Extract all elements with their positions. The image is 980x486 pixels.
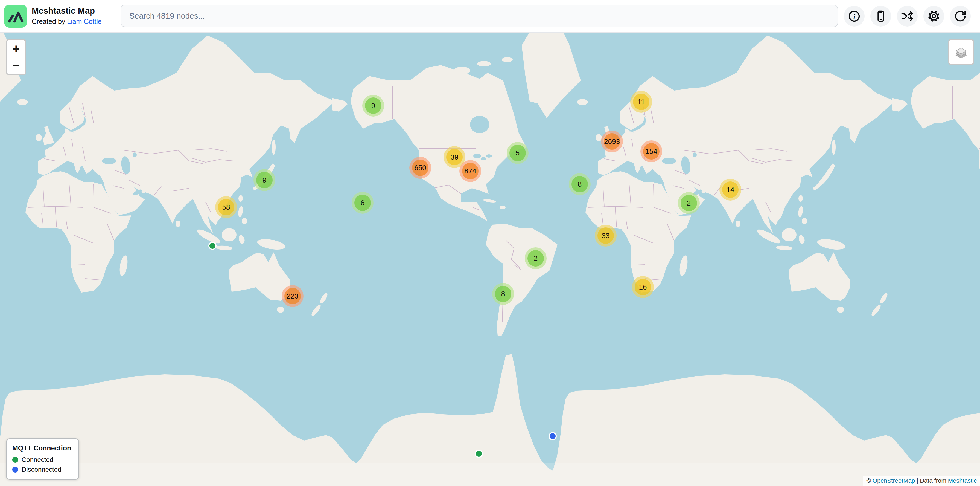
- cluster-marker[interactable]: 16: [632, 276, 654, 298]
- cluster-count: 223: [285, 288, 301, 304]
- cluster-marker[interactable]: 2: [678, 192, 700, 214]
- cluster-count: 154: [643, 143, 660, 159]
- openstreetmap-link[interactable]: OpenStreetMap: [873, 477, 915, 484]
- legend-label: Disconnected: [22, 466, 61, 473]
- cluster-count: 14: [722, 182, 738, 198]
- shuffle-icon: [901, 10, 913, 22]
- map-attribution: © OpenStreetMap | Data from Meshtastic: [863, 476, 980, 486]
- cluster-count: 39: [446, 149, 463, 165]
- layers-button[interactable]: [948, 39, 974, 65]
- cluster-marker[interactable]: 14: [719, 179, 741, 201]
- gear-icon: [928, 10, 940, 22]
- cluster-marker[interactable]: 8: [492, 283, 514, 305]
- mobile-app-button[interactable]: [870, 6, 891, 27]
- cluster-count: 2: [681, 195, 697, 211]
- cluster-marker[interactable]: 223: [282, 285, 304, 307]
- cluster-count: 11: [633, 94, 649, 110]
- world-map: [0, 32, 980, 486]
- zoom-in-button[interactable]: +: [7, 40, 25, 57]
- cluster-marker[interactable]: 9: [253, 169, 275, 191]
- node-marker-connected[interactable]: [208, 242, 216, 250]
- byline-prefix: Created by: [32, 18, 67, 25]
- info-button[interactable]: i: [844, 6, 865, 27]
- refresh-icon: [954, 10, 967, 22]
- data-from-text: Data from: [920, 477, 948, 484]
- zoom-control: + −: [6, 39, 26, 75]
- page-title: Meshtastic Map: [32, 6, 102, 16]
- cluster-marker[interactable]: 2693: [601, 131, 623, 153]
- cluster-marker[interactable]: 650: [409, 157, 431, 179]
- cluster-count: 8: [495, 286, 511, 302]
- cluster-marker[interactable]: 5: [507, 142, 528, 164]
- byline: Created by Liam Cottle: [32, 18, 102, 25]
- node-marker-connected[interactable]: [475, 449, 483, 458]
- layers-icon: [953, 44, 969, 60]
- legend-item: Connected: [12, 456, 73, 464]
- cluster-count: 58: [218, 199, 234, 215]
- app-header: Meshtastic Map Created by Liam Cottle i: [0, 0, 980, 33]
- cluster-marker[interactable]: 6: [352, 192, 374, 214]
- random-node-button[interactable]: [897, 6, 918, 27]
- search-input[interactable]: [121, 5, 838, 27]
- refresh-button[interactable]: [950, 6, 971, 27]
- legend-title: MQTT Connection: [12, 444, 73, 452]
- mqtt-legend: MQTT Connection ConnectedDisconnected: [6, 438, 79, 480]
- cluster-count: 2693: [604, 133, 620, 150]
- cluster-marker[interactable]: 2: [525, 247, 547, 269]
- cluster-marker[interactable]: 154: [640, 140, 662, 162]
- legend-label: Connected: [22, 456, 53, 464]
- mobile-phone-icon: [875, 10, 887, 22]
- cluster-marker[interactable]: 33: [595, 225, 617, 247]
- legend-item: Disconnected: [12, 466, 73, 473]
- svg-text:i: i: [853, 13, 855, 20]
- cluster-count: 5: [509, 145, 526, 161]
- cluster-marker[interactable]: 874: [460, 160, 481, 182]
- cluster-marker[interactable]: 9: [362, 95, 384, 116]
- cluster-count: 2: [527, 250, 544, 266]
- info-icon: i: [848, 10, 861, 22]
- cluster-count: 9: [365, 97, 382, 114]
- cluster-count: 33: [597, 228, 614, 244]
- map-canvas[interactable]: + − 939650874526931541114823316282235896…: [0, 32, 980, 486]
- cluster-count: 6: [355, 194, 371, 211]
- copyright-text: ©: [867, 477, 873, 484]
- cluster-marker[interactable]: 58: [215, 196, 237, 218]
- meshtastic-link[interactable]: Meshtastic: [948, 477, 977, 484]
- cluster-count: 874: [462, 163, 479, 179]
- attribution-separator: |: [915, 477, 920, 484]
- meshtastic-logo-icon: [4, 5, 27, 28]
- meshtastic-logo: [4, 5, 27, 28]
- node-marker-disconnected[interactable]: [549, 432, 557, 440]
- legend-dot-icon: [12, 457, 18, 463]
- zoom-out-button[interactable]: −: [7, 57, 25, 74]
- author-link[interactable]: Liam Cottle: [67, 18, 102, 25]
- cluster-count: 650: [412, 159, 428, 176]
- cluster-marker[interactable]: 8: [569, 173, 590, 195]
- settings-button[interactable]: [923, 6, 944, 27]
- title-block: Meshtastic Map Created by Liam Cottle: [32, 6, 102, 25]
- cluster-marker[interactable]: 11: [630, 91, 652, 113]
- cluster-count: 16: [635, 279, 651, 295]
- cluster-count: 9: [256, 172, 273, 188]
- legend-dot-icon: [12, 467, 18, 473]
- cluster-count: 8: [571, 176, 588, 192]
